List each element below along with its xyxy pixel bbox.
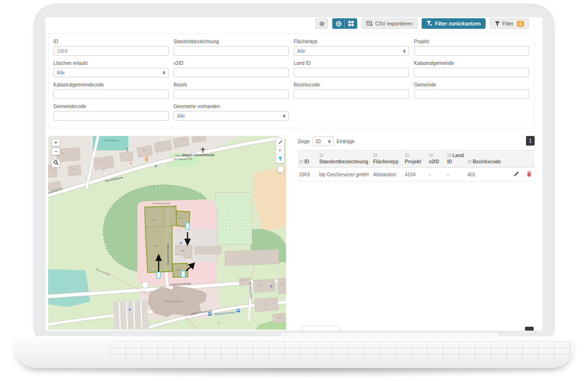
filter-reset-button[interactable]: Filter zurücksetzen [422, 18, 486, 29]
csv-export-label: CSV exportieren [375, 21, 412, 26]
column-header-land-id[interactable]: Land ID [446, 150, 466, 168]
column-header-standortbezeichnung[interactable]: Standortbezeichnung [318, 150, 372, 168]
filter-field-land-id: Land ID [294, 61, 409, 81]
delete-row-button[interactable] [526, 171, 532, 178]
laptop-bezel: CSV exportieren Filter zurücksetzen Filt… [34, 4, 554, 340]
length-label-before: Zeige [298, 139, 310, 144]
map-clear-button[interactable]: × [276, 147, 284, 155]
x-icon: × [279, 148, 281, 153]
field-label: Löschen erlaubt [53, 61, 169, 66]
filter-label: Filter [502, 21, 513, 26]
cell-land-id: - [446, 168, 466, 182]
filter-field-geometrie-vorhanden: Geometrie vorhanden Alle [174, 104, 289, 124]
select-value: Alle [297, 49, 305, 54]
laptop-mockup: CSV exportieren Filter zurücksetzen Filt… [0, 0, 588, 381]
settings-button[interactable] [315, 18, 328, 29]
globe-icon [336, 21, 342, 27]
column-header-flaechentyp[interactable]: Flächentyp [372, 150, 403, 168]
katastralgemeinde-input[interactable] [414, 68, 529, 77]
filter-field-loeschen-erlaubt: Löschen erlaubt Alle [53, 61, 169, 81]
v2id-input[interactable] [174, 68, 289, 77]
column-header-actions [505, 150, 535, 168]
pagination-page-button-bottom[interactable] [525, 327, 534, 331]
column-header-projekt[interactable]: Projekt [403, 150, 427, 168]
field-label: Katastralgemeindecode [53, 82, 169, 87]
table-header-row: ID Standortbezeichnung Flächentyp Projek… [298, 150, 535, 168]
projekt-input[interactable] [414, 46, 529, 56]
field-label: v2ID [174, 61, 289, 66]
flaechentyp-select[interactable]: Alle [294, 46, 409, 56]
funnel-icon [278, 155, 283, 163]
pencil-icon [513, 172, 519, 178]
gemeinde-input[interactable] [414, 89, 529, 99]
column-header-bezirkscode[interactable]: Bezirkscode [466, 150, 505, 168]
column-header-v2id[interactable]: v2ID [427, 150, 446, 168]
loeschen-erlaubt-select[interactable]: Alle [53, 68, 169, 77]
field-label: Katastralgemeinde [414, 61, 529, 66]
map-panel[interactable]: Mariahilfgasse → Mariahilfgasse Kapelle … [48, 136, 286, 330]
edit-row-button[interactable] [513, 171, 519, 178]
field-label: Projekt [414, 39, 529, 44]
cell-standortbezeichnung: blp GeoServices gmbH [318, 168, 372, 182]
bezirkscode-input[interactable] [294, 89, 409, 99]
field-label: ID [53, 39, 169, 44]
filter-field-flaechentyp: Flächentyp Alle [294, 39, 409, 59]
map-zoom-out-button[interactable]: − [51, 147, 60, 155]
page-length-select[interactable]: 10 [313, 136, 334, 146]
page-length-select-bottom[interactable] [303, 326, 340, 331]
map-attribution-button[interactable] [277, 166, 284, 173]
id-input[interactable] [53, 46, 169, 56]
gear-icon [319, 21, 325, 27]
laptop-keyboard [110, 341, 571, 359]
field-label: Gemeindecode [53, 104, 169, 109]
filter-reset-label: Filter zurücksetzen [435, 21, 481, 26]
csv-export-button[interactable]: CSV exportieren [362, 18, 417, 29]
map-view-button[interactable] [332, 18, 345, 29]
laptop-base [13, 336, 575, 368]
map-search-button[interactable] [51, 159, 60, 168]
filter-field-v2id: v2ID [174, 61, 289, 81]
filter-field-standortbezeichnung: Standortbezeichnung [174, 39, 289, 59]
cell-v2id: - [427, 168, 446, 182]
table-row[interactable]: 1669 blp GeoServices gmbH Altstandort 41… [298, 168, 535, 182]
geometrie-vorhanden-select[interactable]: Alle [174, 111, 289, 121]
view-toggle-group [332, 18, 357, 29]
pagination-page-button[interactable]: 1 [526, 136, 535, 146]
map-tools-group: × [275, 138, 285, 163]
select-value: 10 [315, 139, 321, 144]
cell-projekt: 4104 [403, 168, 427, 182]
field-label: Land ID [294, 61, 409, 66]
gemeindecode-input[interactable] [53, 111, 169, 121]
filter-button[interactable]: Filter 1 [490, 18, 529, 29]
land-id-input[interactable] [294, 68, 409, 77]
select-caret-icon [283, 113, 286, 119]
filter-field-projekt: Projekt [414, 39, 529, 59]
select-caret-icon [328, 138, 331, 145]
trash-icon [526, 172, 532, 178]
filter-count-badge: 1 [517, 21, 524, 27]
filter-field-katastralgemeindecode: Katastralgemeindecode [53, 82, 169, 102]
field-label: Flächentyp [294, 39, 409, 44]
map-draw-button[interactable] [276, 138, 284, 147]
table-view-button[interactable] [345, 18, 357, 29]
map-filter-button[interactable] [276, 155, 284, 163]
katastralgemeindecode-input[interactable] [53, 89, 169, 99]
standortbezeichnung-input[interactable] [174, 46, 289, 56]
filter-field-katastralgemeinde: Katastralgemeinde [414, 61, 529, 81]
bezirk-input[interactable] [174, 89, 289, 99]
results-table: ID Standortbezeichnung Flächentyp Projek… [298, 150, 535, 182]
table-length-control: Zeige 10 Einträge 1 [298, 136, 535, 147]
field-label: Gemeinde [414, 82, 529, 87]
cell-id: 1669 [298, 168, 318, 182]
column-header-id[interactable]: ID [298, 150, 318, 168]
length-label-after: Einträge [337, 139, 354, 144]
filter-field-gemeinde: Gemeinde [414, 82, 529, 102]
results-panel: Zeige 10 Einträge 1 ID [298, 136, 535, 182]
select-value: Alle [57, 70, 65, 75]
select-caret-icon [163, 70, 165, 76]
filter-field-id: ID [53, 39, 169, 59]
funnel-x-icon [426, 21, 433, 26]
map-canvas [48, 136, 286, 330]
field-label: Bezirkscode [294, 82, 409, 87]
map-zoom-in-button[interactable]: + [51, 139, 60, 147]
